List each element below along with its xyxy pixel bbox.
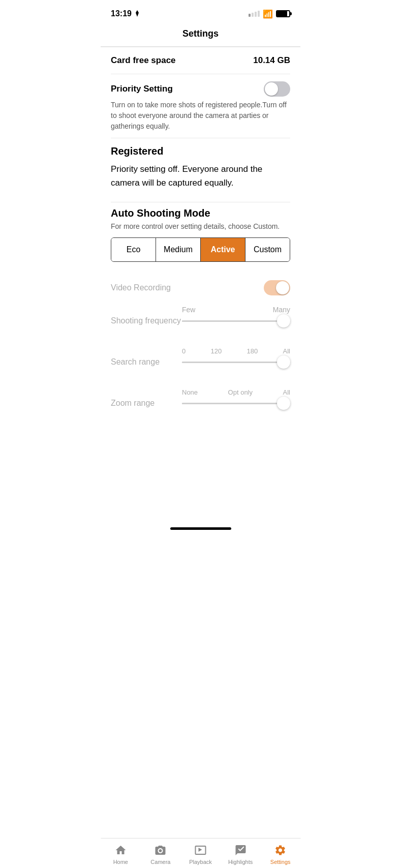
slider-track: [182, 320, 290, 322]
wifi-icon: 📶: [263, 9, 273, 19]
zoom-label-opt: Opt only: [228, 388, 253, 396]
home-indicator: [170, 527, 231, 530]
search-slider-thumb[interactable]: [277, 355, 290, 369]
slider-thumb[interactable]: [277, 314, 290, 327]
main-content: Card free space 10.14 GB Priority Settin…: [101, 47, 300, 476]
search-range-label-0: 0: [182, 347, 186, 355]
search-range-section: 0 120 180 All Search range: [111, 343, 290, 384]
status-bar: 13:19 📶: [101, 0, 300, 24]
time-text: 13:19: [111, 9, 132, 18]
zoom-range-label: Zoom range: [111, 399, 182, 408]
priority-setting-row: Priority Setting: [111, 74, 290, 100]
zoom-label-all: All: [283, 388, 290, 396]
search-range-label-180: 180: [247, 347, 258, 355]
shooting-frequency-label: Shooting frequency: [111, 316, 182, 325]
priority-setting-description: Turn on to take more shots of registered…: [111, 100, 290, 138]
priority-setting-thumb: [265, 82, 278, 96]
segment-eco[interactable]: Eco: [111, 238, 156, 261]
page-title: Settings: [182, 28, 219, 39]
video-recording-toggle[interactable]: [264, 280, 290, 295]
segment-active[interactable]: Active: [201, 238, 245, 261]
zoom-label-none: None: [182, 388, 198, 396]
registered-title: Registered: [111, 138, 290, 162]
search-range-label: Search range: [111, 357, 182, 367]
card-free-space-value: 10.14 GB: [253, 55, 290, 66]
zoom-range-section: None Opt only All Zoom range: [111, 384, 290, 426]
zoom-slider-track: [182, 403, 290, 404]
zoom-slider-fill: [182, 403, 290, 404]
location-icon: [134, 10, 140, 17]
auto-shooting-section: Auto Shooting Mode For more control over…: [111, 202, 290, 262]
shooting-frequency-track[interactable]: [182, 316, 290, 326]
card-free-space-label: Card free space: [111, 55, 176, 66]
video-recording-row: Video Recording: [111, 274, 290, 302]
battery-icon: [276, 10, 290, 17]
status-icons: 📶: [249, 9, 290, 19]
video-recording-thumb: [276, 281, 289, 294]
shooting-frequency-slider-row: Shooting frequency: [111, 316, 290, 326]
segment-medium[interactable]: Medium: [156, 238, 201, 261]
search-slider-track: [182, 362, 290, 363]
segment-custom[interactable]: Custom: [245, 238, 290, 261]
shooting-freq-label-many: Many: [236, 306, 291, 314]
zoom-slider-thumb[interactable]: [277, 397, 290, 410]
search-range-label-all: All: [283, 347, 290, 355]
search-slider-fill: [182, 362, 290, 363]
registered-description: Priority setting off. Everyone around th…: [111, 162, 290, 202]
zoom-range-track[interactable]: [182, 398, 290, 408]
registered-section: Registered Priority setting off. Everyon…: [111, 138, 290, 202]
status-time: 13:19: [111, 9, 140, 18]
page-header: Settings: [101, 24, 300, 47]
auto-shooting-desc: For more control over setting details, c…: [111, 222, 290, 237]
home-indicator-container: [101, 527, 300, 536]
shooting-frequency-section: Few Many Shooting frequency: [111, 302, 290, 343]
zoom-range-slider-row: Zoom range: [111, 398, 290, 408]
priority-setting-toggle[interactable]: [264, 81, 290, 97]
search-range-slider-row: Search range: [111, 357, 290, 367]
search-range-label-120: 120: [211, 347, 222, 355]
card-free-space-row: Card free space 10.14 GB: [111, 47, 290, 74]
shooting-freq-label-few: Few: [182, 306, 236, 314]
priority-setting-label: Priority Setting: [111, 84, 173, 94]
signal-icon: [249, 11, 260, 17]
search-range-track[interactable]: [182, 357, 290, 367]
slider-fill: [182, 320, 290, 322]
auto-shooting-title: Auto Shooting Mode: [111, 202, 290, 222]
shooting-mode-segmented: Eco Medium Active Custom: [111, 237, 290, 262]
video-recording-label: Video Recording: [111, 283, 171, 292]
